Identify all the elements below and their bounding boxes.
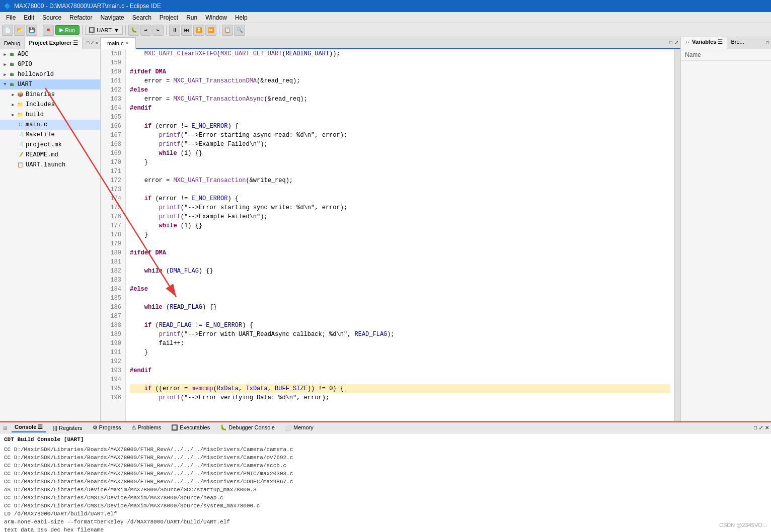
code-line[interactable]: printf("-->Error verifying Data: %d\n", … <box>130 393 670 402</box>
tree-item-includes[interactable]: ▶ 📁 Includes <box>0 100 100 110</box>
sidebar-maximize-btn[interactable]: ⤢ <box>91 40 95 46</box>
code-content[interactable]: MXC_UART_ClearRXFIFO(MXC_UART_GET_UART(R… <box>126 49 674 421</box>
code-line[interactable] <box>130 113 670 122</box>
code-line[interactable] <box>130 185 670 194</box>
code-line[interactable]: #endif <box>130 366 670 375</box>
code-line[interactable]: while (READ_FLAG) {} <box>130 303 670 312</box>
code-line[interactable] <box>130 357 670 366</box>
bottom-panel-minimize[interactable]: □ <box>754 425 757 430</box>
code-line[interactable] <box>130 375 670 384</box>
code-line[interactable]: while (DMA_FLAG) {} <box>130 267 670 276</box>
bottom-tab-problems[interactable]: ⚠ Problems <box>128 423 165 432</box>
code-line[interactable]: while (1) {} <box>130 221 670 230</box>
toolbar-btn-4[interactable]: ⏭ <box>181 25 192 36</box>
code-line[interactable] <box>130 276 670 285</box>
tree-item-projectmk[interactable]: 📄 project.mk <box>0 140 100 150</box>
code-line[interactable]: } <box>130 230 670 239</box>
tree-item-adc[interactable]: ▶ 🖿 ADC <box>0 49 100 59</box>
editor-tab-mainc[interactable]: main.c ✕ <box>101 37 136 49</box>
code-line[interactable]: while (1) {} <box>130 149 670 158</box>
run-button[interactable]: ▶ Run <box>55 25 80 35</box>
code-line[interactable]: #else <box>130 85 670 95</box>
toolbar-btn-5[interactable]: ⏬ <box>193 25 204 36</box>
right-panel-minimize[interactable]: □ <box>766 41 769 46</box>
editor-scrollbar[interactable] <box>674 49 680 421</box>
editor-maximize-btn[interactable]: ⤢ <box>674 40 678 46</box>
code-line[interactable]: if (error != E_NO_ERROR) { <box>130 194 670 203</box>
code-line[interactable]: printf("-->Error starting async read: %d… <box>130 131 670 140</box>
code-line[interactable]: error = MXC_UART_Transaction(&write_req)… <box>130 176 670 185</box>
menu-source[interactable]: Source <box>38 13 65 22</box>
code-line[interactable]: #ifdef DMA <box>130 67 670 76</box>
toolbar-btn-3[interactable]: ⏸ <box>169 25 180 36</box>
editor-tab-mainc-close[interactable]: ✕ <box>125 41 129 46</box>
right-panel-tab-breakpoints[interactable]: Bre... <box>727 37 748 49</box>
code-line[interactable]: if ((error = memcmp(RxData, TxData, BUFF… <box>130 384 670 393</box>
menu-window[interactable]: Window <box>201 13 231 22</box>
code-line[interactable]: if (error != E_NO_ERROR) { <box>130 122 670 131</box>
code-line[interactable]: printf("-->Error starting sync write: %d… <box>130 203 670 212</box>
toolbar-btn-6[interactable]: ⏩ <box>205 25 216 36</box>
menu-run[interactable]: Run <box>182 13 201 22</box>
code-line[interactable]: error = MXC_UART_TransactionDMA(&read_re… <box>130 76 670 85</box>
code-line[interactable]: fail++; <box>130 339 670 348</box>
tree-item-build[interactable]: ▶ 📁 build <box>0 110 100 120</box>
tree-item-binaries[interactable]: ▶ 📦 Binaries <box>0 90 100 100</box>
menu-help[interactable]: Help <box>231 13 252 22</box>
stop-button[interactable]: ■ <box>43 25 54 36</box>
bottom-tab-debugger-console[interactable]: 🐛 Debugger Console <box>217 423 278 432</box>
code-line[interactable] <box>130 312 670 321</box>
editor-minimize-btn[interactable]: □ <box>669 40 672 46</box>
code-line[interactable]: #endif <box>130 104 670 113</box>
tree-item-mainc[interactable]: C main.c <box>0 120 100 130</box>
code-line[interactable]: #else <box>130 285 670 294</box>
code-line[interactable] <box>130 167 670 176</box>
code-line[interactable] <box>130 257 670 267</box>
bottom-tab-registers[interactable]: ||| Registers <box>50 424 85 432</box>
code-line[interactable]: error = MXC_UART_TransactionAsync(&read_… <box>130 95 670 104</box>
bottom-tab-console[interactable]: Console ☰ <box>12 423 46 432</box>
new-button[interactable]: 📄 <box>2 25 13 36</box>
code-line[interactable]: } <box>130 158 670 167</box>
code-line[interactable]: MXC_UART_ClearRXFIFO(MXC_UART_GET_UART(R… <box>130 49 670 58</box>
sidebar-tab-project-explorer[interactable]: Project Explorer ☰ <box>25 37 83 49</box>
sidebar-tab-debug[interactable]: Debug <box>0 37 25 49</box>
code-line[interactable]: if (READ_FLAG != E_NO_ERROR) { <box>130 321 670 330</box>
tree-item-helloworld[interactable]: ▶ 🖿 helloworld <box>0 69 100 79</box>
code-line[interactable] <box>130 294 670 303</box>
run-config-dropdown[interactable]: 🔲 UART ▼ <box>85 26 123 35</box>
bottom-tab-progress[interactable]: ⚙ Progress <box>90 423 124 432</box>
tree-item-uartlaunch[interactable]: 📋 UART.launch <box>0 160 100 170</box>
sidebar-close-btn[interactable]: ✕ <box>96 40 98 46</box>
menu-project[interactable]: Project <box>156 13 182 22</box>
toolbar-btn-8[interactable]: 🔍 <box>234 25 245 36</box>
bottom-tab-memory[interactable]: ⬜ Memory <box>282 423 317 432</box>
bottom-panel-close[interactable]: ✕ <box>765 425 769 430</box>
debug-button[interactable]: 🐛 <box>128 25 139 36</box>
tree-item-gpio[interactable]: ▶ 🖿 GPIO <box>0 59 100 69</box>
code-line[interactable]: printf("-->Error with UART_ReadAsync cal… <box>130 330 670 339</box>
menu-search[interactable]: Search <box>128 13 156 22</box>
code-line[interactable]: #ifdef DMA <box>130 248 670 257</box>
toolbar-btn-2[interactable]: ↪ <box>152 25 164 36</box>
menu-file[interactable]: File <box>2 13 20 22</box>
toolbar-btn-1[interactable]: ↩ <box>140 25 151 36</box>
tree-item-uart[interactable]: ▼ 🖿 UART <box>0 79 100 90</box>
menu-refactor[interactable]: Refactor <box>65 13 96 22</box>
bottom-panel-maximize[interactable]: ⤢ <box>759 425 763 430</box>
code-line[interactable] <box>130 58 670 67</box>
sidebar-minimize-btn[interactable]: □ <box>87 41 89 46</box>
code-line[interactable]: } <box>130 348 670 357</box>
code-line[interactable] <box>130 239 670 248</box>
code-editor[interactable]: 1581591601611621631641651661671681691701… <box>101 49 680 421</box>
menu-edit[interactable]: Edit <box>20 13 38 22</box>
tree-item-readme[interactable]: 📝 README.md <box>0 150 100 160</box>
right-panel-tab-variables[interactable]: ↔ Variables ☰ <box>681 37 727 49</box>
bottom-tab-executables[interactable]: 🔲 Executables <box>168 423 213 432</box>
toolbar-btn-7[interactable]: 📋 <box>222 25 233 36</box>
code-line[interactable]: printf("-->Example Failed\n"); <box>130 212 670 221</box>
open-button[interactable]: 📂 <box>14 25 25 36</box>
menu-navigate[interactable]: Navigate <box>96 13 128 22</box>
save-button[interactable]: 💾 <box>26 25 37 36</box>
code-line[interactable]: printf("-->Example Failed\n"); <box>130 140 670 149</box>
